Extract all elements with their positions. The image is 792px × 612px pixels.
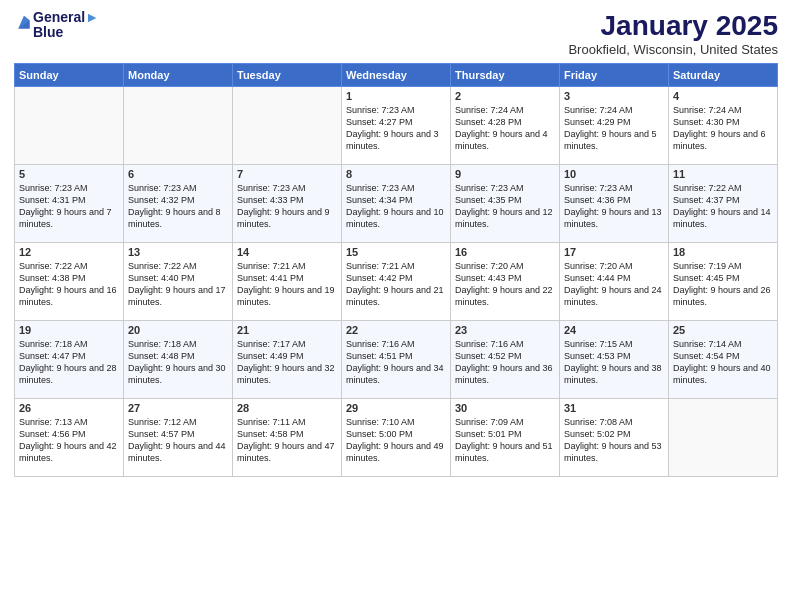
sun-time: Sunset: 4:33 PM — [237, 194, 337, 206]
calendar-cell: 25Sunrise: 7:14 AMSunset: 4:54 PMDayligh… — [669, 321, 778, 399]
calendar-cell: 15Sunrise: 7:21 AMSunset: 4:42 PMDayligh… — [342, 243, 451, 321]
daylight-hours: Daylight: 9 hours and 28 minutes. — [19, 362, 119, 386]
daylight-hours: Daylight: 9 hours and 3 minutes. — [346, 128, 446, 152]
sun-time: Sunset: 4:51 PM — [346, 350, 446, 362]
day-number: 20 — [128, 324, 228, 336]
day-number: 18 — [673, 246, 773, 258]
sun-time: Sunset: 4:48 PM — [128, 350, 228, 362]
sun-time: Sunrise: 7:19 AM — [673, 260, 773, 272]
daylight-hours: Daylight: 9 hours and 4 minutes. — [455, 128, 555, 152]
day-number: 29 — [346, 402, 446, 414]
calendar-cell: 20Sunrise: 7:18 AMSunset: 4:48 PMDayligh… — [124, 321, 233, 399]
sun-time: Sunset: 4:38 PM — [19, 272, 119, 284]
day-number: 12 — [19, 246, 119, 258]
sun-time: Sunrise: 7:09 AM — [455, 416, 555, 428]
calendar-cell: 5Sunrise: 7:23 AMSunset: 4:31 PMDaylight… — [15, 165, 124, 243]
calendar-cell — [233, 87, 342, 165]
day-number: 8 — [346, 168, 446, 180]
day-number: 21 — [237, 324, 337, 336]
calendar-cell: 6Sunrise: 7:23 AMSunset: 4:32 PMDaylight… — [124, 165, 233, 243]
logo: General► Blue — [14, 10, 99, 41]
day-info: Sunrise: 7:22 AMSunset: 4:38 PMDaylight:… — [19, 260, 119, 309]
sun-time: Sunset: 4:47 PM — [19, 350, 119, 362]
sun-time: Sunrise: 7:21 AM — [346, 260, 446, 272]
calendar-table: SundayMondayTuesdayWednesdayThursdayFrid… — [14, 63, 778, 477]
day-info: Sunrise: 7:20 AMSunset: 4:43 PMDaylight:… — [455, 260, 555, 309]
sun-time: Sunrise: 7:22 AM — [673, 182, 773, 194]
daylight-hours: Daylight: 9 hours and 19 minutes. — [237, 284, 337, 308]
day-number: 28 — [237, 402, 337, 414]
day-number: 7 — [237, 168, 337, 180]
day-info: Sunrise: 7:18 AMSunset: 4:47 PMDaylight:… — [19, 338, 119, 387]
sun-time: Sunrise: 7:24 AM — [673, 104, 773, 116]
day-info: Sunrise: 7:11 AMSunset: 4:58 PMDaylight:… — [237, 416, 337, 465]
day-number: 24 — [564, 324, 664, 336]
daylight-hours: Daylight: 9 hours and 34 minutes. — [346, 362, 446, 386]
calendar-cell: 4Sunrise: 7:24 AMSunset: 4:30 PMDaylight… — [669, 87, 778, 165]
day-info: Sunrise: 7:23 AMSunset: 4:32 PMDaylight:… — [128, 182, 228, 231]
sun-time: Sunrise: 7:23 AM — [346, 104, 446, 116]
sun-time: Sunset: 4:36 PM — [564, 194, 664, 206]
sun-time: Sunrise: 7:22 AM — [19, 260, 119, 272]
daylight-hours: Daylight: 9 hours and 6 minutes. — [673, 128, 773, 152]
sun-time: Sunset: 4:28 PM — [455, 116, 555, 128]
calendar-cell: 13Sunrise: 7:22 AMSunset: 4:40 PMDayligh… — [124, 243, 233, 321]
daylight-hours: Daylight: 9 hours and 13 minutes. — [564, 206, 664, 230]
daylight-hours: Daylight: 9 hours and 14 minutes. — [673, 206, 773, 230]
day-info: Sunrise: 7:24 AMSunset: 4:30 PMDaylight:… — [673, 104, 773, 153]
sun-time: Sunset: 4:43 PM — [455, 272, 555, 284]
calendar-cell: 16Sunrise: 7:20 AMSunset: 4:43 PMDayligh… — [451, 243, 560, 321]
sun-time: Sunset: 4:42 PM — [346, 272, 446, 284]
daylight-hours: Daylight: 9 hours and 26 minutes. — [673, 284, 773, 308]
sun-time: Sunset: 4:52 PM — [455, 350, 555, 362]
day-info: Sunrise: 7:23 AMSunset: 4:34 PMDaylight:… — [346, 182, 446, 231]
calendar-header-saturday: Saturday — [669, 64, 778, 87]
day-info: Sunrise: 7:22 AMSunset: 4:37 PMDaylight:… — [673, 182, 773, 231]
sun-time: Sunset: 4:49 PM — [237, 350, 337, 362]
calendar-cell: 8Sunrise: 7:23 AMSunset: 4:34 PMDaylight… — [342, 165, 451, 243]
daylight-hours: Daylight: 9 hours and 44 minutes. — [128, 440, 228, 464]
sun-time: Sunrise: 7:22 AM — [128, 260, 228, 272]
calendar-cell: 9Sunrise: 7:23 AMSunset: 4:35 PMDaylight… — [451, 165, 560, 243]
calendar-cell: 22Sunrise: 7:16 AMSunset: 4:51 PMDayligh… — [342, 321, 451, 399]
sun-time: Sunset: 4:41 PM — [237, 272, 337, 284]
sun-time: Sunrise: 7:15 AM — [564, 338, 664, 350]
calendar-cell: 12Sunrise: 7:22 AMSunset: 4:38 PMDayligh… — [15, 243, 124, 321]
calendar-cell: 19Sunrise: 7:18 AMSunset: 4:47 PMDayligh… — [15, 321, 124, 399]
day-number: 14 — [237, 246, 337, 258]
sun-time: Sunrise: 7:18 AM — [128, 338, 228, 350]
sun-time: Sunrise: 7:17 AM — [237, 338, 337, 350]
day-number: 25 — [673, 324, 773, 336]
sun-time: Sunset: 4:57 PM — [128, 428, 228, 440]
day-info: Sunrise: 7:16 AMSunset: 4:51 PMDaylight:… — [346, 338, 446, 387]
calendar-week-0: 1Sunrise: 7:23 AMSunset: 4:27 PMDaylight… — [15, 87, 778, 165]
calendar-cell: 24Sunrise: 7:15 AMSunset: 4:53 PMDayligh… — [560, 321, 669, 399]
daylight-hours: Daylight: 9 hours and 7 minutes. — [19, 206, 119, 230]
page: General► Blue January 2025 Brookfield, W… — [0, 0, 792, 612]
calendar-week-2: 12Sunrise: 7:22 AMSunset: 4:38 PMDayligh… — [15, 243, 778, 321]
calendar-cell: 27Sunrise: 7:12 AMSunset: 4:57 PMDayligh… — [124, 399, 233, 477]
sun-time: Sunset: 4:53 PM — [564, 350, 664, 362]
calendar-cell: 26Sunrise: 7:13 AMSunset: 4:56 PMDayligh… — [15, 399, 124, 477]
daylight-hours: Daylight: 9 hours and 32 minutes. — [237, 362, 337, 386]
calendar-cell: 23Sunrise: 7:16 AMSunset: 4:52 PMDayligh… — [451, 321, 560, 399]
sun-time: Sunrise: 7:23 AM — [237, 182, 337, 194]
sun-time: Sunset: 4:27 PM — [346, 116, 446, 128]
calendar-cell: 11Sunrise: 7:22 AMSunset: 4:37 PMDayligh… — [669, 165, 778, 243]
sun-time: Sunrise: 7:20 AM — [455, 260, 555, 272]
day-info: Sunrise: 7:23 AMSunset: 4:35 PMDaylight:… — [455, 182, 555, 231]
daylight-hours: Daylight: 9 hours and 40 minutes. — [673, 362, 773, 386]
sun-time: Sunrise: 7:23 AM — [455, 182, 555, 194]
sun-time: Sunset: 4:29 PM — [564, 116, 664, 128]
day-number: 2 — [455, 90, 555, 102]
calendar-cell: 31Sunrise: 7:08 AMSunset: 5:02 PMDayligh… — [560, 399, 669, 477]
daylight-hours: Daylight: 9 hours and 47 minutes. — [237, 440, 337, 464]
sun-time: Sunset: 5:01 PM — [455, 428, 555, 440]
sun-time: Sunset: 4:31 PM — [19, 194, 119, 206]
day-number: 19 — [19, 324, 119, 336]
calendar-cell: 21Sunrise: 7:17 AMSunset: 4:49 PMDayligh… — [233, 321, 342, 399]
day-number: 5 — [19, 168, 119, 180]
sun-time: Sunrise: 7:16 AM — [455, 338, 555, 350]
sun-time: Sunrise: 7:11 AM — [237, 416, 337, 428]
daylight-hours: Daylight: 9 hours and 10 minutes. — [346, 206, 446, 230]
